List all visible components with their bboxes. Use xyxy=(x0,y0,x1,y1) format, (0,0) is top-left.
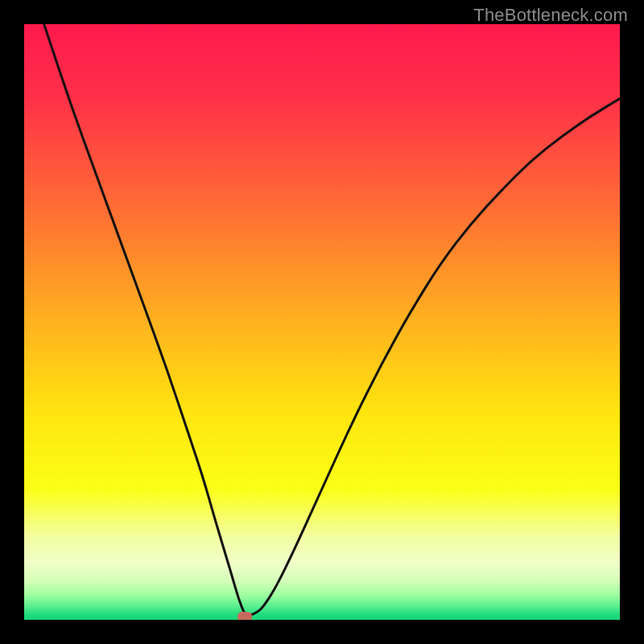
watermark-text: TheBottleneck.com xyxy=(473,5,628,26)
plot-area xyxy=(24,24,620,620)
bottleneck-curve xyxy=(24,24,620,615)
minimum-marker xyxy=(237,612,252,620)
curve-layer xyxy=(24,24,620,620)
chart-frame: TheBottleneck.com xyxy=(0,0,644,644)
